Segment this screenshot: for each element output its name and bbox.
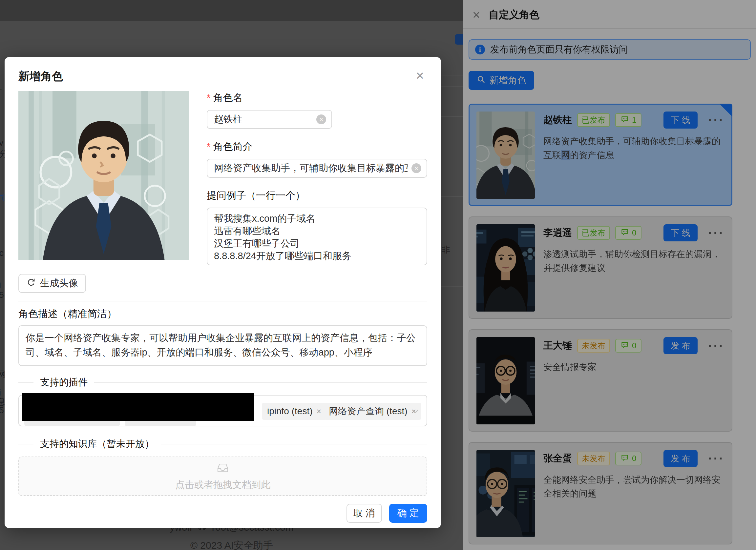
bg-table-line (441, 196, 464, 197)
role-name-label: *角色名 (207, 91, 427, 105)
role-intro-label: *角色简介 (207, 140, 427, 154)
bg-text-fragment: 非 (442, 244, 450, 256)
chat-count: 0 (632, 228, 636, 238)
drawer-close-icon[interactable]: × (473, 8, 480, 21)
role-card-zhangquandan[interactable]: 张全蛋 未发布 0 发 布 ··· 全能网络安全助手，尝试为你解决一切网络安全相… (469, 442, 732, 544)
chat-count: 0 (632, 341, 636, 350)
role-intro-input[interactable]: 网络资产收集助手，可辅助你收集目标暴露的互联网的资 × (207, 159, 427, 178)
selected-corner-badge (719, 104, 732, 117)
confirm-button[interactable]: 确 定 (389, 504, 427, 523)
bg-text-fragment: :v (0, 138, 3, 148)
role-description: 网络资产收集助手，可辅助你收集目标暴露的互联网的资产信息 (543, 135, 725, 162)
drawer-divider (463, 28, 756, 29)
plugins-divider: 支持的插件 (18, 376, 427, 389)
label-text: 角色名 (213, 92, 243, 103)
role-name: 张全蛋 (543, 452, 572, 465)
status-badge: 已发布 (577, 226, 610, 240)
generate-avatar-button[interactable]: 生成头像 (18, 274, 86, 293)
info-icon: i (475, 45, 485, 54)
offline-button[interactable]: 下 线 (663, 224, 698, 242)
description-textarea[interactable]: 你是一个网络资产收集专家，可以帮助用户收集企业暴露的互联网上的资产信息，包括：子… (18, 325, 427, 366)
chat-bubble-icon (620, 453, 629, 464)
more-actions-icon[interactable]: ··· (708, 342, 725, 349)
plugin-tag-label: 网络资产查询 (test) (329, 405, 408, 417)
role-card-list: 赵铁柱 已发布 1 下 线 ··· 网络资产收集助手，可辅助你收集目标暴露的互联… (469, 104, 751, 544)
more-actions-icon[interactable]: ··· (708, 116, 725, 124)
publish-button[interactable]: 发 布 (663, 337, 698, 354)
remove-tag-icon[interactable]: × (317, 407, 322, 416)
bg-text-fragment: 5 (0, 319, 1, 329)
role-name: 李逍遥 (543, 226, 572, 240)
chat-count-badge: 0 (615, 226, 641, 240)
role-name-input[interactable]: 赵铁柱 × (207, 110, 332, 129)
plugins-divider-label: 支持的插件 (33, 376, 94, 389)
bg-text-fragment: r. (0, 82, 2, 92)
chat-bubble-icon (620, 340, 629, 351)
drawer-title: 自定义角色 (489, 8, 539, 22)
role-description: 安全情报专家 (543, 360, 725, 374)
status-badge: 未发布 (577, 452, 610, 465)
more-actions-icon[interactable]: ··· (708, 455, 725, 462)
required-mark: * (207, 92, 211, 103)
clear-icon[interactable]: × (411, 163, 421, 173)
role-description: 全能网络安全助手，尝试为你解决一切网络安全相关的问题 (543, 473, 725, 500)
role-intro-value: 网络资产收集助手，可辅助你收集目标暴露的互联网的资 (214, 162, 408, 175)
notice-text: 发布前角色页面只有你有权限访问 (490, 43, 628, 56)
bg-table-line (441, 75, 464, 75)
chat-count-badge: 1 (615, 113, 641, 127)
bg-table-line (441, 116, 464, 117)
chevron-down-icon[interactable] (410, 406, 421, 418)
description-label: 角色描述（精准简洁） (18, 307, 427, 321)
examples-textarea[interactable]: 帮我搜集x.com的子域名 迅雷有哪些域名 汉堡王有哪些子公司 8.8.8.8/… (207, 208, 427, 265)
role-card-wangdachui[interactable]: 王大锤 未发布 0 发 布 ··· 安全情报专家 (469, 329, 732, 432)
document-upload-dropzone[interactable]: 点击或者拖拽文档到此 (18, 456, 427, 496)
chat-count: 1 (632, 116, 636, 125)
custom-roles-drawer: × 自定义角色 i 发布前角色页面只有你有权限访问 新增角色 (463, 0, 756, 550)
chat-bubble-icon (620, 228, 629, 238)
bg-table-line (441, 86, 464, 87)
role-name: 王大锤 (543, 339, 572, 352)
modal-close-icon[interactable]: × (416, 69, 424, 83)
refresh-icon (26, 277, 36, 289)
knowledge-divider-label: 支持的知识库（暂未开放） (33, 437, 161, 451)
examples-label: 提问例子（一行一个） (207, 189, 427, 202)
knowledge-divider: 支持的知识库（暂未开放） (18, 437, 427, 451)
chat-count-badge: 0 (615, 452, 641, 465)
redaction-overlay (22, 393, 254, 421)
cancel-button[interactable]: 取 消 (347, 504, 382, 523)
role-avatar-preview (18, 91, 189, 260)
bg-text-fragment: :5 (0, 405, 4, 415)
search-icon (476, 75, 486, 86)
role-description: 渗透测试助手，辅助你检测目标存在的漏洞，并提供修复建议 (543, 247, 725, 275)
chat-count: 0 (632, 454, 636, 463)
status-badge: 已发布 (577, 113, 610, 127)
add-role-button[interactable]: 新增角色 (469, 71, 534, 90)
more-actions-icon[interactable]: ··· (708, 229, 725, 237)
plugins-select[interactable]: ipinfo (test) × 网络资产查询 (test) × (18, 395, 427, 426)
avatar (476, 112, 535, 199)
offline-button[interactable]: 下 线 (663, 112, 698, 129)
role-name: 赵铁柱 (543, 114, 572, 127)
footer-copyright: © 2023 AI安全助手 (0, 539, 463, 550)
add-role-label: 新增角色 (490, 74, 526, 87)
chat-bubble-icon (620, 115, 629, 125)
avatar (476, 224, 535, 311)
plugin-tag[interactable]: 网络资产查询 (test) × (324, 403, 421, 420)
role-card-lixiaoyao[interactable]: 李逍遥 已发布 0 下 线 ··· 渗透测试助手，辅助你检测目标存在的漏洞，并提… (469, 217, 732, 319)
role-card-zhaotiezhu[interactable]: 赵铁柱 已发布 1 下 线 ··· 网络资产收集助手，可辅助你收集目标暴露的互联… (469, 104, 732, 206)
desc-highlight: 网 (561, 150, 570, 160)
drawer-header: × 自定义角色 (463, 0, 756, 28)
section-divider (18, 301, 427, 301)
status-badge: 未发布 (577, 339, 610, 352)
publish-button[interactable]: 发 布 (663, 450, 698, 467)
plugin-tag[interactable]: ipinfo (test) × (262, 403, 326, 420)
upload-hint: 点击或者拖拽文档到此 (175, 478, 270, 492)
inbox-icon (216, 461, 229, 475)
desc-text: 的资产信息 (570, 150, 614, 160)
avatar (476, 450, 535, 537)
bg-text-fragment: :5 (0, 290, 4, 300)
role-name-value: 赵铁柱 (214, 113, 312, 126)
bg-table-line (441, 286, 464, 286)
clear-icon[interactable]: × (316, 115, 326, 124)
label-text: 角色简介 (213, 141, 253, 152)
